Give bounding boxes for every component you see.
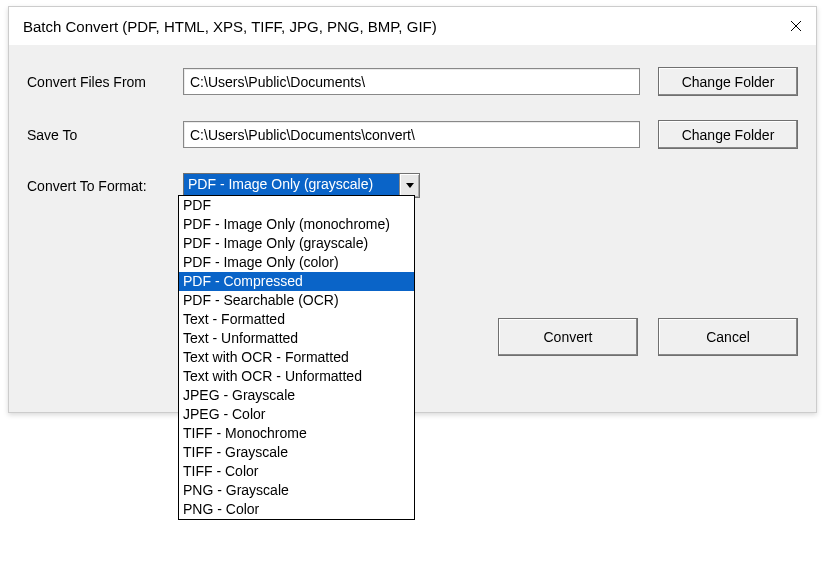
combo-arrow-button[interactable]	[399, 174, 419, 197]
close-icon	[790, 20, 802, 32]
format-option[interactable]: PDF - Searchable (OCR)	[179, 291, 414, 310]
format-option[interactable]: PDF - Image Only (color)	[179, 253, 414, 272]
format-option[interactable]: PDF	[179, 196, 414, 215]
format-option[interactable]: PDF - Compressed	[179, 272, 414, 291]
close-button[interactable]	[776, 7, 816, 45]
label-save-to: Save To	[27, 127, 183, 143]
label-format: Convert To Format:	[27, 178, 183, 194]
convert-button[interactable]: Convert	[498, 318, 638, 356]
format-dropdown-list[interactable]: PDFPDF - Image Only (monochrome)PDF - Im…	[178, 195, 415, 520]
change-folder-from-button[interactable]: Change Folder	[658, 67, 798, 96]
format-option[interactable]: Text - Unformatted	[179, 329, 414, 348]
format-option[interactable]: TIFF - Grayscale	[179, 443, 414, 462]
format-option[interactable]: Text with OCR - Unformatted	[179, 367, 414, 386]
format-option[interactable]: PNG - Grayscale	[179, 481, 414, 500]
input-convert-from[interactable]	[183, 68, 640, 95]
format-option[interactable]: Text with OCR - Formatted	[179, 348, 414, 367]
window-title: Batch Convert (PDF, HTML, XPS, TIFF, JPG…	[23, 18, 802, 35]
format-option[interactable]: PNG - Color	[179, 500, 414, 519]
format-option[interactable]: Text - Formatted	[179, 310, 414, 329]
label-convert-from: Convert Files From	[27, 74, 183, 90]
format-option[interactable]: PDF - Image Only (grayscale)	[179, 234, 414, 253]
format-option[interactable]: JPEG - Grayscale	[179, 386, 414, 405]
row-save-to: Save To Change Folder	[27, 120, 798, 149]
row-convert-from: Convert Files From Change Folder	[27, 67, 798, 96]
format-option[interactable]: PDF - Image Only (monochrome)	[179, 215, 414, 234]
format-option[interactable]: TIFF - Color	[179, 462, 414, 481]
cancel-button[interactable]: Cancel	[658, 318, 798, 356]
format-option[interactable]: JPEG - Color	[179, 405, 414, 424]
titlebar: Batch Convert (PDF, HTML, XPS, TIFF, JPG…	[9, 7, 816, 45]
format-option[interactable]: TIFF - Monochrome	[179, 424, 414, 443]
chevron-down-icon	[406, 183, 414, 188]
change-folder-saveto-button[interactable]: Change Folder	[658, 120, 798, 149]
format-selected-text: PDF - Image Only (grayscale)	[184, 174, 399, 197]
input-save-to[interactable]	[183, 121, 640, 148]
